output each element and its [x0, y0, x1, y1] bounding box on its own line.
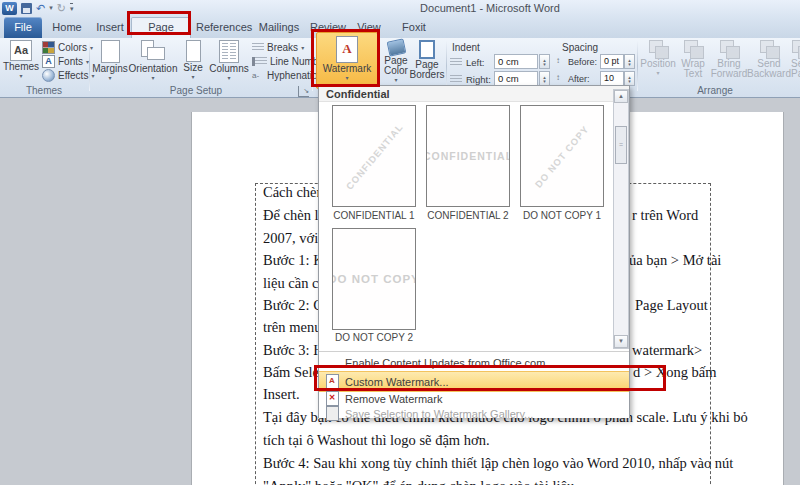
indent-right-field-label: Right:	[466, 74, 491, 85]
page-setup-dialog-launcher[interactable]: ↘	[298, 86, 309, 97]
fonts-icon: A	[42, 55, 55, 68]
spacing-before-input[interactable]: 0 pt	[600, 54, 624, 69]
themes-aa-icon: Aa	[10, 40, 32, 61]
group-divider	[637, 41, 638, 91]
page-color-button[interactable]: Page Color ▾	[382, 40, 410, 83]
spinner-down-icon[interactable]: ▾	[628, 79, 631, 83]
indent-left-input[interactable]: 0 cm	[494, 54, 538, 69]
thumbnail-label: CONFIDENTIAL 1	[332, 210, 416, 221]
size-button[interactable]: Size ▾	[178, 40, 208, 80]
spacing-before-stepper[interactable]: ▴ ▾	[624, 54, 635, 69]
page-borders-button[interactable]: Page Borders	[412, 40, 442, 80]
position-label: Position	[640, 59, 676, 69]
quick-access-toolbar: W ↶ ▾ ↻ ▾	[2, 1, 73, 15]
menu-item-label: Remove Watermark	[345, 393, 442, 405]
doc-line: "Apply" hoặc "OK" để áp dụng chèn logo v…	[263, 478, 578, 485]
columns-icon	[219, 40, 239, 63]
size-label: Size	[183, 63, 202, 73]
spinner-down-icon[interactable]: ▾	[628, 62, 631, 66]
chevron-down-icon: ▾	[227, 75, 230, 81]
gallery-scrollbar[interactable]: ▲ = ▼	[613, 89, 629, 349]
indent-left-field-label: Left:	[466, 57, 485, 68]
menu-icon-slot: ✕	[319, 391, 345, 406]
spacing-after-input[interactable]: 10 pt	[600, 71, 624, 86]
undo-icon[interactable]: ↶	[36, 2, 45, 14]
annotation-box-custom-watermark	[314, 365, 666, 391]
spacing-after-field-label: After:	[568, 74, 590, 84]
line-numbers-icon	[252, 57, 267, 66]
chevron-down-icon: ▾	[191, 74, 194, 80]
doc-line: 2007, với	[263, 230, 318, 247]
indent-label: Indent	[452, 42, 480, 53]
doc-line: r trên Word	[632, 207, 698, 224]
watermark-thumbnail-confidential-2[interactable]: CONFIDENTIAL	[426, 105, 510, 207]
tab-mailings[interactable]: Mailings	[256, 17, 302, 38]
wrap-text-button: Wrap Text	[677, 40, 709, 79]
send-backward-icon	[759, 40, 779, 58]
scrollbar-thumb[interactable]: =	[615, 126, 627, 164]
remove-watermark-icon: ✕	[326, 391, 339, 406]
save-icon[interactable]	[21, 3, 32, 14]
scroll-up-icon: ▲	[618, 93, 624, 99]
doc-line: Cách chèn	[263, 184, 324, 201]
orientation-icon	[141, 40, 165, 63]
chevron-down-icon: ▾	[656, 70, 659, 76]
spacing-before-field-label: Before:	[568, 57, 597, 67]
spacing-label: Spacing	[562, 42, 598, 53]
margins-button[interactable]: Margins ▾	[92, 40, 128, 81]
scroll-up-button[interactable]: ▲	[614, 90, 628, 103]
orientation-label: Orientation	[129, 64, 178, 74]
customize-qat-icon[interactable]: ▾	[70, 3, 74, 13]
doc-line: Bước 3: H	[263, 342, 324, 359]
spinner-down-icon[interactable]: ▾	[543, 62, 546, 66]
breaks-button[interactable]: Breaks ▾	[252, 41, 304, 54]
spinner-down-icon[interactable]: ▾	[543, 79, 546, 83]
colors-label: Colors	[58, 42, 87, 53]
watermark-preview-text: DO NOT COPY	[533, 123, 591, 189]
spacing-before-icon: ↕	[556, 56, 560, 65]
indent-right-stepper[interactable]: ▴ ▾	[539, 71, 550, 86]
menu-item-remove-watermark[interactable]: ✕ Remove Watermark	[319, 390, 629, 407]
undo-caret-icon[interactable]: ▾	[49, 4, 53, 12]
tab-home[interactable]: Home	[48, 17, 86, 38]
watermark-preview-text: CONFIDENTIAL	[343, 121, 405, 191]
bring-forward-button: Bring Forward	[711, 40, 747, 79]
tab-file[interactable]: File	[4, 17, 42, 38]
breaks-icon	[252, 43, 264, 52]
watermark-thumbnail-do-not-copy-1[interactable]: DO NOT COPY	[520, 105, 604, 207]
tab-references[interactable]: References	[196, 17, 250, 38]
page-color-label: Page Color	[382, 56, 410, 76]
bring-forward-icon	[719, 40, 739, 58]
themes-button[interactable]: Aa Themes ▾	[4, 40, 38, 79]
tab-foxit-pdf[interactable]: Foxit PDF	[390, 17, 438, 38]
fonts-label: Fonts	[58, 56, 83, 67]
doc-line: watermark>	[632, 342, 702, 359]
effects-label: Effects	[58, 70, 88, 81]
indent-left-stepper[interactable]: ▴ ▾	[539, 54, 550, 69]
tab-insert[interactable]: Insert	[92, 17, 128, 38]
page-borders-label: Page Borders	[410, 60, 445, 80]
redo-icon: ↻	[57, 2, 66, 14]
doc-line: Insert.	[263, 386, 300, 403]
watermark-thumbnail-do-not-copy-2[interactable]: DO NOT COPY	[332, 228, 416, 330]
doc-line: liệu cần ch	[263, 275, 326, 292]
chevron-down-icon: ▾	[394, 77, 397, 83]
theme-colors-button[interactable]: Colors ▾	[42, 41, 93, 54]
watermark-thumbnail-confidential-1[interactable]: CONFIDENTIAL	[332, 105, 416, 207]
indent-right-input[interactable]: 0 cm	[494, 71, 538, 86]
chevron-down-icon: ▾	[108, 75, 111, 81]
selection-pane-icon	[791, 40, 800, 58]
theme-fonts-button[interactable]: A Fonts ▾	[42, 55, 89, 68]
spacing-after-stepper[interactable]: ▴ ▾	[624, 71, 635, 86]
columns-button[interactable]: Columns ▾	[210, 40, 248, 81]
theme-effects-button[interactable]: Effects ▾	[42, 69, 94, 82]
orientation-button[interactable]: Orientation ▾	[130, 40, 176, 81]
scroll-down-button[interactable]: ▼	[614, 335, 628, 348]
page-color-icon	[386, 38, 406, 56]
doc-line: Bước 1: K	[263, 252, 324, 269]
group-divider	[446, 41, 447, 91]
watermark-preview-text: CONFIDENTIAL	[426, 150, 510, 162]
selection-pane-label: Selection Pane	[791, 59, 800, 79]
page-setup-group-label: Page Setup	[90, 85, 302, 96]
doc-line: ủa bạn > Mở tài	[629, 252, 721, 269]
